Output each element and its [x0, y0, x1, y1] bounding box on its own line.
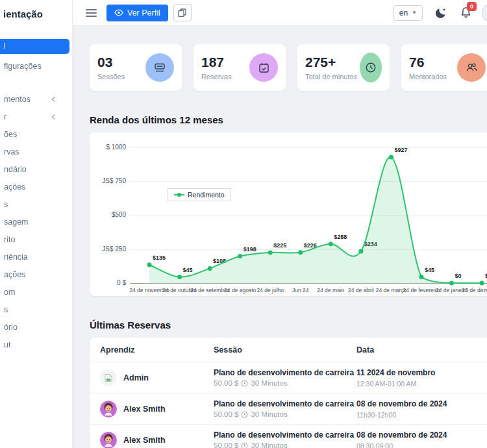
sidebar-item[interactable]: ões	[0, 126, 72, 143]
stat-label: Reservas	[201, 73, 231, 81]
stat-value: 76	[409, 55, 447, 70]
mentee-name: Alex Smith	[123, 436, 166, 445]
stat-card-sessions: 03 Sessões	[90, 44, 182, 91]
table-header: Aprendiz Sessão Data	[90, 338, 487, 362]
sidebar-item[interactable]: figurações	[0, 58, 72, 75]
chevron-left-icon: <	[51, 108, 55, 126]
sidebar-item[interactable]: riência	[0, 249, 72, 266]
chevron-left-icon: <	[51, 91, 55, 108]
sidebar-menu: l figurações mentos< r< ões rvas ndário …	[0, 39, 72, 354]
calendar-check-icon	[249, 53, 278, 82]
data-point	[329, 242, 333, 246]
data-point	[419, 275, 423, 279]
reservation-date: 08 de novembro de 2024	[356, 430, 487, 440]
clock-icon	[360, 53, 382, 82]
table-row: Alex Smith Plano de desenvolvimento de c…	[90, 425, 487, 448]
mentee-name: Admin	[123, 373, 149, 382]
data-point	[208, 266, 212, 271]
clock-icon	[241, 380, 248, 387]
sidebar-item[interactable]: s	[0, 301, 72, 319]
chevron-down-icon: ▼	[412, 10, 417, 16]
sidebar-item[interactable]: ndário	[0, 161, 72, 179]
language-select[interactable]: en ▼	[393, 5, 423, 21]
presentation-icon	[145, 53, 174, 82]
chart-title: Renda dos últimos 12 meses	[90, 114, 487, 125]
stat-card-mentorados: 76 Mentorados	[401, 44, 487, 91]
stat-label: Mentorados	[409, 73, 447, 81]
session-title: Plano de desenvolvimento de carreira	[214, 430, 356, 440]
stat-label: Total de minutos	[305, 73, 357, 81]
legend-marker-icon	[174, 192, 184, 197]
data-point	[298, 250, 303, 255]
data-point	[147, 262, 152, 267]
stat-card-reservas: 187 Reservas	[194, 44, 286, 91]
data-point	[480, 281, 484, 286]
y-tick-label: JS$ 750	[91, 177, 126, 184]
y-tick-label: $ 1000	[91, 143, 126, 151]
reservation-date: 08 de novembro de 2024	[356, 399, 487, 408]
mentee-avatar	[100, 401, 117, 417]
stat-label: Sessões	[97, 73, 125, 81]
data-point	[177, 275, 182, 279]
sidebar-item[interactable]: rito	[0, 231, 72, 249]
dark-mode-toggle[interactable]	[434, 6, 447, 19]
sidebar-item[interactable]: mentos<	[0, 91, 72, 108]
sidebar-item[interactable]: sagem	[0, 214, 72, 231]
sidebar-item[interactable]: rvas	[0, 143, 72, 161]
session-duration: 30 Minutos	[251, 410, 287, 418]
column-header: Sessão	[214, 345, 356, 355]
people-icon	[457, 53, 486, 82]
session-price: 50.00 $	[214, 379, 238, 387]
session-duration: 30 Minutos	[251, 379, 287, 387]
y-tick-label: 0 $	[91, 279, 126, 286]
user-avatar[interactable]	[482, 3, 487, 23]
stat-value: 275+	[305, 55, 357, 70]
reservation-time: 08:30-09:00	[356, 442, 487, 448]
table-title: Últimas Reservas	[90, 319, 487, 330]
copy-icon	[178, 8, 186, 17]
clock-icon	[241, 411, 248, 418]
stat-value: 187	[201, 55, 231, 70]
sidebar-item[interactable]: om	[0, 284, 72, 301]
stats-row: 03 Sessões 187 Reservas	[90, 44, 487, 91]
area-chart-plot	[130, 139, 487, 292]
y-tick-label: $500	[91, 211, 126, 218]
clock-icon	[241, 442, 248, 448]
data-point	[268, 250, 273, 255]
column-header: Aprendiz	[100, 345, 214, 355]
eye-icon	[114, 9, 123, 16]
reservation-time: 12:30 AM-01:00 AM	[356, 380, 487, 388]
table-row: Alex Smith Plano de desenvolvimento de c…	[90, 393, 487, 425]
data-point	[389, 155, 393, 160]
data-point	[358, 249, 363, 254]
sidebar: ientação l figurações mentos< r< ões rva…	[0, 0, 73, 448]
session-duration: 30 Minutos	[251, 442, 287, 448]
reservations-table: Aprendiz Sessão Data Admin	[90, 338, 487, 448]
sidebar-item[interactable]: ações	[0, 179, 72, 196]
notifications-button[interactable]: 0	[460, 6, 471, 19]
y-tick-label: JS$ 250	[91, 245, 126, 253]
sidebar-item[interactable]: s	[0, 196, 72, 214]
sidebar-item-active[interactable]: l	[0, 39, 69, 54]
reservation-time: 11h30-12h00	[356, 411, 487, 419]
chart-area-fill	[149, 157, 482, 283]
sidebar-item[interactable]: ório	[0, 319, 72, 336]
data-point	[449, 281, 454, 286]
topbar: Ver Perfil en ▼ 0	[73, 0, 487, 26]
stat-card-minutos: 275+ Total de minutos	[297, 44, 390, 91]
session-title: Plano de desenvolvimento de carreira	[214, 399, 356, 408]
sidebar-item[interactable]: r<	[0, 108, 72, 126]
session-price: 50.00 $	[214, 410, 238, 418]
session-price: 50.00 $	[214, 442, 238, 448]
table-row: Admin Plano de desenvolvimento de carrei…	[90, 362, 487, 393]
sidebar-item[interactable]: ut	[0, 336, 72, 354]
view-profile-button[interactable]: Ver Perfil	[106, 5, 168, 21]
data-point	[238, 254, 242, 258]
sidebar-item[interactable]: ações	[0, 266, 72, 284]
hamburger-menu-icon[interactable]	[86, 7, 97, 19]
session-title: Plano de desenvolvimento de carreira	[214, 368, 356, 377]
copy-link-button[interactable]	[173, 4, 192, 21]
broken-image-avatar	[100, 369, 117, 386]
notification-badge: 0	[467, 2, 477, 11]
column-header: Data	[356, 345, 487, 355]
